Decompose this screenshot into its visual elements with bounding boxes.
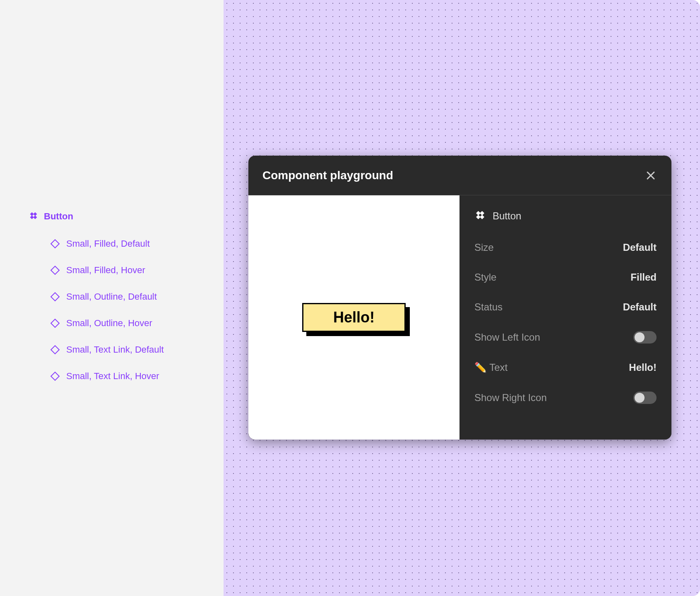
svg-rect-12: [480, 211, 484, 216]
svg-rect-5: [51, 266, 59, 274]
layers-panel: Button Small, Filled, Default Small, Fil…: [0, 0, 224, 596]
variant-item[interactable]: Small, Text Link, Default: [50, 344, 195, 355]
component-icon: [474, 210, 486, 222]
playground-preview: Hello!: [248, 195, 459, 440]
prop-style[interactable]: Style Filled: [474, 272, 657, 283]
variant-item[interactable]: Small, Outline, Default: [50, 291, 195, 302]
properties-component-label: Button: [493, 210, 521, 222]
svg-rect-3: [30, 215, 34, 219]
variant-label: Small, Filled, Hover: [66, 265, 145, 276]
prop-show-right-icon: Show Right Icon: [474, 392, 657, 404]
component-playground-panel: Component playground Hello!: [248, 156, 671, 440]
svg-rect-7: [51, 319, 59, 327]
svg-rect-6: [51, 293, 59, 301]
playground-properties: Button Size Default Style Filled Status …: [459, 195, 671, 440]
svg-rect-14: [480, 215, 484, 219]
variant-label: Small, Filled, Default: [66, 238, 150, 249]
toggle-knob: [635, 332, 645, 342]
playground-title: Component playground: [262, 169, 393, 182]
variant-item[interactable]: Small, Filled, Default: [50, 238, 195, 249]
prop-size-value: Default: [623, 242, 657, 253]
prop-text-label: ✏️ Text: [474, 362, 508, 373]
prop-status-label: Status: [474, 301, 503, 313]
toggle-show-left-icon[interactable]: [633, 331, 657, 344]
svg-rect-9: [51, 372, 59, 380]
prop-size[interactable]: Size Default: [474, 242, 657, 253]
prop-status[interactable]: Status Default: [474, 301, 657, 313]
variant-icon: [50, 344, 60, 355]
preview-button[interactable]: Hello!: [302, 303, 406, 332]
prop-show-right-icon-label: Show Right Icon: [474, 392, 547, 404]
toggle-knob: [635, 393, 645, 403]
prop-text[interactable]: ✏️ Text Hello!: [474, 362, 657, 373]
variant-label: Small, Outline, Hover: [66, 318, 152, 329]
component-parent[interactable]: Button: [29, 211, 195, 222]
prop-size-label: Size: [474, 242, 494, 253]
toggle-show-right-icon[interactable]: [633, 392, 657, 404]
variant-icon: [50, 291, 60, 302]
variant-icon: [50, 265, 60, 276]
variant-icon: [50, 318, 60, 329]
preview-button-wrap: Hello!: [302, 303, 406, 332]
close-icon: [646, 171, 656, 180]
prop-show-left-icon: Show Left Icon: [474, 331, 657, 344]
svg-rect-4: [51, 240, 59, 248]
playground-header: Component playground: [248, 156, 671, 195]
svg-rect-2: [33, 215, 37, 219]
variant-label: Small, Text Link, Default: [66, 344, 164, 355]
variant-label: Small, Outline, Default: [66, 291, 157, 302]
variant-label: Small, Text Link, Hover: [66, 371, 159, 382]
prop-text-value: Hello!: [629, 362, 657, 373]
component-set-icon: [29, 212, 38, 221]
prop-show-left-icon-label: Show Left Icon: [474, 332, 540, 343]
variant-icon: [50, 371, 60, 382]
svg-rect-15: [476, 215, 481, 219]
component-parent-label: Button: [44, 211, 73, 222]
variant-item[interactable]: Small, Text Link, Hover: [50, 371, 195, 382]
canvas[interactable]: Component playground Hello!: [224, 0, 700, 596]
prop-style-label: Style: [474, 272, 496, 283]
prop-status-value: Default: [623, 301, 657, 313]
properties-component-name[interactable]: Button: [474, 210, 657, 222]
close-button[interactable]: [644, 169, 657, 182]
svg-rect-0: [33, 212, 37, 216]
variant-icon: [50, 238, 60, 249]
prop-style-value: Filled: [630, 272, 657, 283]
variant-item[interactable]: Small, Outline, Hover: [50, 318, 195, 329]
variant-item[interactable]: Small, Filled, Hover: [50, 265, 195, 276]
svg-rect-8: [51, 346, 59, 354]
svg-rect-1: [30, 212, 34, 216]
svg-rect-13: [476, 211, 481, 216]
preview-button-text: Hello!: [333, 309, 375, 326]
